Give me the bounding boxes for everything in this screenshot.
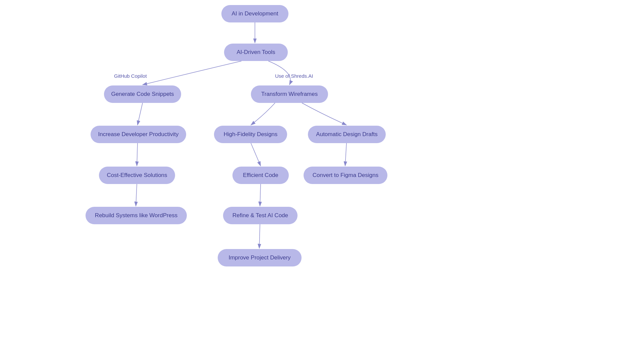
node-efficient-code: Efficient Code xyxy=(232,167,289,184)
svg-line-2 xyxy=(138,103,143,125)
node-high-fidelity-designs: High-Fidelity Designs xyxy=(214,126,287,143)
node-convert-to-figma: Convert to Figma Designs xyxy=(304,167,387,184)
node-increase-dev-productivity: Increase Developer Productivity xyxy=(91,126,186,143)
svg-line-5 xyxy=(251,143,261,166)
node-cost-effective-solutions: Cost-Effective Solutions xyxy=(99,167,175,184)
node-rebuild-systems: Rebuild Systems like WordPress xyxy=(86,207,187,224)
label-use-of-shreds: Use of Shreds.AI xyxy=(275,73,313,79)
node-generate-code-snippets: Generate Code Snippets xyxy=(104,85,181,103)
flowchart-diagram: AI in Development AI-Driven Tools GitHub… xyxy=(0,0,644,362)
node-automatic-design-drafts: Automatic Design Drafts xyxy=(308,126,386,143)
node-ai-in-development: AI in Development xyxy=(221,5,288,22)
svg-line-4 xyxy=(136,184,137,206)
svg-line-6 xyxy=(260,184,261,206)
node-ai-driven-tools: AI-Driven Tools xyxy=(224,44,288,61)
label-github-copilot: GitHub Copilot xyxy=(114,73,147,79)
svg-line-8 xyxy=(345,143,346,166)
node-improve-project-delivery: Improve Project Delivery xyxy=(218,249,302,266)
node-refine-test-ai-code: Refine & Test AI Code xyxy=(223,207,298,224)
svg-line-7 xyxy=(259,224,260,248)
node-transform-wireframes: Transform Wireframes xyxy=(251,85,328,103)
svg-line-3 xyxy=(137,143,138,166)
